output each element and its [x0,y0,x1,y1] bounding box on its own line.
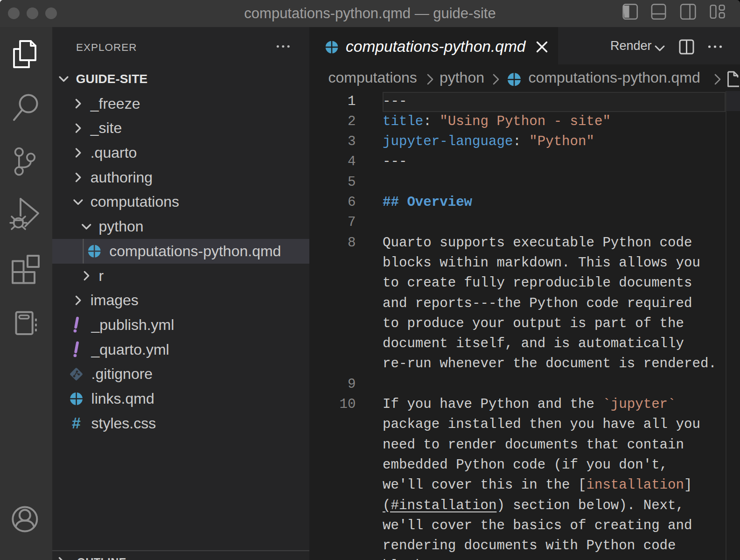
svg-text:#: # [72,414,81,432]
